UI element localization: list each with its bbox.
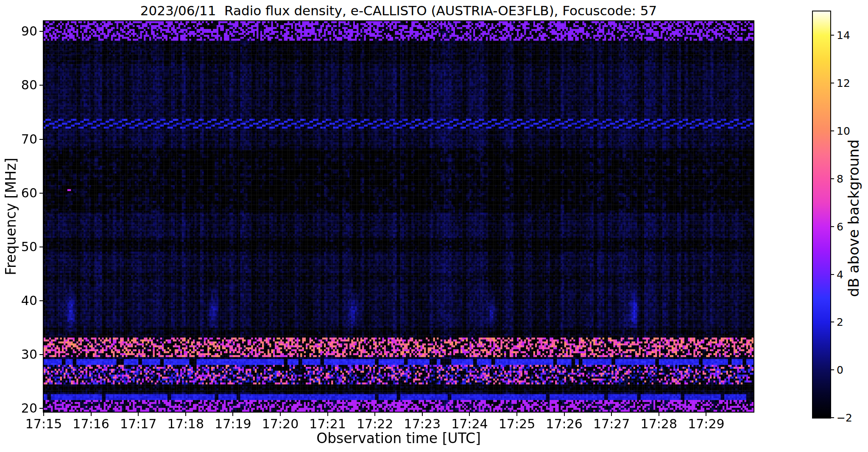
x-tick-label: 17:29 [676, 416, 736, 431]
x-tick-mark [327, 412, 328, 416]
colorbar-tick-mark [830, 35, 834, 36]
y-tick-mark [39, 408, 44, 409]
y-tick-label: 80 [8, 78, 37, 92]
y-tick-label: 20 [8, 402, 37, 415]
x-tick-mark [43, 412, 44, 416]
x-tick-mark [516, 412, 517, 416]
y-tick-mark [39, 247, 44, 247]
y-tick-mark [39, 31, 44, 32]
x-tick-mark [469, 412, 470, 416]
y-tick-label: 90 [8, 25, 37, 38]
colorbar-tick-mark [830, 369, 834, 370]
chart-title: 2023/06/11 Radio flux density, e-CALLIST… [44, 3, 754, 18]
colorbar-tick-mark [830, 83, 834, 83]
x-axis-label: Observation time [UTC] [44, 430, 754, 446]
colorbar-gradient [813, 11, 830, 418]
colorbar-label: dB above background [845, 112, 862, 324]
colorbar-tick-label: 2 [837, 316, 843, 328]
y-tick-mark [39, 300, 44, 301]
colorbar-tick-label: −2 [837, 412, 852, 424]
colorbar-tick-mark [830, 226, 834, 227]
x-tick-mark [232, 412, 233, 416]
colorbar-tick-mark [830, 178, 834, 179]
colorbar-tick-mark [830, 322, 834, 322]
colorbar-tick-label: 14 [837, 30, 850, 41]
x-tick-mark [280, 412, 281, 416]
x-tick-mark [659, 412, 659, 416]
colorbar-tick-label: 6 [837, 221, 843, 233]
y-tick-mark [39, 139, 44, 140]
colorbar-tick-mark [830, 130, 834, 131]
y-tick-mark [39, 354, 44, 355]
x-tick-mark [611, 412, 612, 416]
x-tick-mark [706, 412, 706, 416]
x-tick-mark [422, 412, 423, 416]
y-axis-label: Frequency [MHz] [3, 111, 20, 322]
colorbar-tick-label: 0 [837, 364, 843, 376]
y-tick-label: 30 [8, 348, 37, 361]
colorbar-tick-label: 8 [837, 173, 843, 185]
colorbar-tick-mark [830, 274, 834, 275]
spectrogram-figure: 2023/06/11 Radio flux density, e-CALLIST… [0, 0, 868, 452]
spectrogram-canvas [44, 21, 754, 412]
x-tick-mark [374, 412, 375, 416]
x-tick-mark [138, 412, 139, 416]
colorbar-tick-label: 4 [837, 269, 843, 280]
x-tick-mark [185, 412, 186, 416]
y-tick-mark [39, 85, 44, 86]
x-tick-mark [564, 412, 565, 416]
y-tick-mark [39, 193, 44, 194]
colorbar-tick-label: 12 [837, 78, 850, 89]
colorbar-tick-mark [830, 417, 834, 418]
x-tick-mark [91, 412, 92, 416]
